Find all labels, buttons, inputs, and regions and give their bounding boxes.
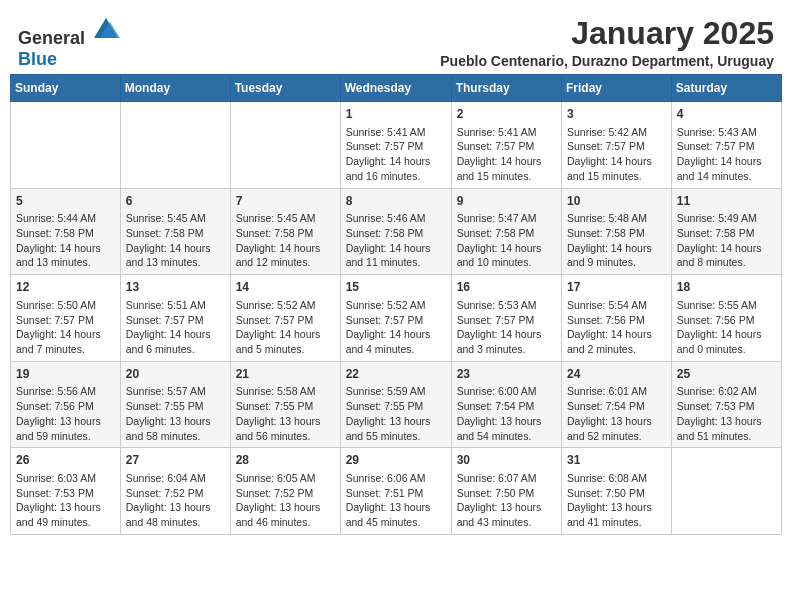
weekday-header-saturday: Saturday: [671, 75, 781, 102]
calendar-cell: 23Sunrise: 6:00 AMSunset: 7:54 PMDayligh…: [451, 361, 561, 448]
calendar-cell: 4Sunrise: 5:43 AMSunset: 7:57 PMDaylight…: [671, 102, 781, 189]
day-info: Sunrise: 5:42 AMSunset: 7:57 PMDaylight:…: [567, 125, 666, 184]
calendar-table: SundayMondayTuesdayWednesdayThursdayFrid…: [10, 74, 782, 535]
day-number: 9: [457, 193, 556, 210]
weekday-header-tuesday: Tuesday: [230, 75, 340, 102]
day-info: Sunrise: 5:57 AMSunset: 7:55 PMDaylight:…: [126, 384, 225, 443]
day-info: Sunrise: 6:00 AMSunset: 7:54 PMDaylight:…: [457, 384, 556, 443]
day-info: Sunrise: 5:43 AMSunset: 7:57 PMDaylight:…: [677, 125, 776, 184]
calendar-cell: 24Sunrise: 6:01 AMSunset: 7:54 PMDayligh…: [562, 361, 672, 448]
logo-blue: Blue: [18, 49, 57, 69]
day-number: 12: [16, 279, 115, 296]
calendar-cell: 7Sunrise: 5:45 AMSunset: 7:58 PMDaylight…: [230, 188, 340, 275]
calendar-cell: 5Sunrise: 5:44 AMSunset: 7:58 PMDaylight…: [11, 188, 121, 275]
day-info: Sunrise: 6:01 AMSunset: 7:54 PMDaylight:…: [567, 384, 666, 443]
logo-icon: [92, 16, 120, 44]
day-info: Sunrise: 6:02 AMSunset: 7:53 PMDaylight:…: [677, 384, 776, 443]
calendar-cell: 31Sunrise: 6:08 AMSunset: 7:50 PMDayligh…: [562, 448, 672, 535]
day-info: Sunrise: 6:08 AMSunset: 7:50 PMDaylight:…: [567, 471, 666, 530]
day-info: Sunrise: 5:58 AMSunset: 7:55 PMDaylight:…: [236, 384, 335, 443]
calendar-cell: 21Sunrise: 5:58 AMSunset: 7:55 PMDayligh…: [230, 361, 340, 448]
calendar-cell: 16Sunrise: 5:53 AMSunset: 7:57 PMDayligh…: [451, 275, 561, 362]
day-number: 6: [126, 193, 225, 210]
calendar-cell: [230, 102, 340, 189]
page-header: General Blue January 2025 Pueblo Centena…: [10, 10, 782, 70]
logo-general: General: [18, 28, 85, 48]
day-info: Sunrise: 5:45 AMSunset: 7:58 PMDaylight:…: [236, 211, 335, 270]
week-row-5: 26Sunrise: 6:03 AMSunset: 7:53 PMDayligh…: [11, 448, 782, 535]
calendar-cell: 28Sunrise: 6:05 AMSunset: 7:52 PMDayligh…: [230, 448, 340, 535]
calendar-cell: 10Sunrise: 5:48 AMSunset: 7:58 PMDayligh…: [562, 188, 672, 275]
calendar-cell: 27Sunrise: 6:04 AMSunset: 7:52 PMDayligh…: [120, 448, 230, 535]
day-info: Sunrise: 5:59 AMSunset: 7:55 PMDaylight:…: [346, 384, 446, 443]
day-number: 15: [346, 279, 446, 296]
calendar-cell: 20Sunrise: 5:57 AMSunset: 7:55 PMDayligh…: [120, 361, 230, 448]
day-info: Sunrise: 5:44 AMSunset: 7:58 PMDaylight:…: [16, 211, 115, 270]
day-number: 13: [126, 279, 225, 296]
calendar-cell: [11, 102, 121, 189]
calendar-cell: 13Sunrise: 5:51 AMSunset: 7:57 PMDayligh…: [120, 275, 230, 362]
day-info: Sunrise: 5:48 AMSunset: 7:58 PMDaylight:…: [567, 211, 666, 270]
calendar-cell: 22Sunrise: 5:59 AMSunset: 7:55 PMDayligh…: [340, 361, 451, 448]
calendar-cell: 14Sunrise: 5:52 AMSunset: 7:57 PMDayligh…: [230, 275, 340, 362]
day-number: 23: [457, 366, 556, 383]
calendar-cell: 25Sunrise: 6:02 AMSunset: 7:53 PMDayligh…: [671, 361, 781, 448]
weekday-header-sunday: Sunday: [11, 75, 121, 102]
day-info: Sunrise: 5:45 AMSunset: 7:58 PMDaylight:…: [126, 211, 225, 270]
week-row-1: 1Sunrise: 5:41 AMSunset: 7:57 PMDaylight…: [11, 102, 782, 189]
day-number: 7: [236, 193, 335, 210]
day-number: 21: [236, 366, 335, 383]
month-title: January 2025: [440, 16, 774, 51]
logo-text: General Blue: [18, 16, 120, 70]
day-number: 16: [457, 279, 556, 296]
day-number: 4: [677, 106, 776, 123]
day-number: 30: [457, 452, 556, 469]
day-info: Sunrise: 6:06 AMSunset: 7:51 PMDaylight:…: [346, 471, 446, 530]
calendar-cell: 26Sunrise: 6:03 AMSunset: 7:53 PMDayligh…: [11, 448, 121, 535]
weekday-header-thursday: Thursday: [451, 75, 561, 102]
day-number: 3: [567, 106, 666, 123]
day-info: Sunrise: 6:05 AMSunset: 7:52 PMDaylight:…: [236, 471, 335, 530]
day-info: Sunrise: 5:56 AMSunset: 7:56 PMDaylight:…: [16, 384, 115, 443]
title-block: January 2025 Pueblo Centenario, Durazno …: [440, 16, 774, 69]
day-number: 5: [16, 193, 115, 210]
calendar-cell: 1Sunrise: 5:41 AMSunset: 7:57 PMDaylight…: [340, 102, 451, 189]
logo: General Blue: [18, 16, 120, 70]
weekday-header-wednesday: Wednesday: [340, 75, 451, 102]
week-row-3: 12Sunrise: 5:50 AMSunset: 7:57 PMDayligh…: [11, 275, 782, 362]
day-number: 22: [346, 366, 446, 383]
day-info: Sunrise: 5:49 AMSunset: 7:58 PMDaylight:…: [677, 211, 776, 270]
day-info: Sunrise: 5:51 AMSunset: 7:57 PMDaylight:…: [126, 298, 225, 357]
day-info: Sunrise: 5:55 AMSunset: 7:56 PMDaylight:…: [677, 298, 776, 357]
day-info: Sunrise: 5:52 AMSunset: 7:57 PMDaylight:…: [236, 298, 335, 357]
day-number: 29: [346, 452, 446, 469]
day-info: Sunrise: 5:41 AMSunset: 7:57 PMDaylight:…: [457, 125, 556, 184]
calendar-cell: 12Sunrise: 5:50 AMSunset: 7:57 PMDayligh…: [11, 275, 121, 362]
day-number: 14: [236, 279, 335, 296]
day-info: Sunrise: 5:47 AMSunset: 7:58 PMDaylight:…: [457, 211, 556, 270]
day-info: Sunrise: 5:52 AMSunset: 7:57 PMDaylight:…: [346, 298, 446, 357]
day-info: Sunrise: 5:46 AMSunset: 7:58 PMDaylight:…: [346, 211, 446, 270]
day-number: 1: [346, 106, 446, 123]
calendar-cell: [120, 102, 230, 189]
calendar-cell: 8Sunrise: 5:46 AMSunset: 7:58 PMDaylight…: [340, 188, 451, 275]
calendar-cell: 15Sunrise: 5:52 AMSunset: 7:57 PMDayligh…: [340, 275, 451, 362]
weekday-header-monday: Monday: [120, 75, 230, 102]
day-number: 25: [677, 366, 776, 383]
day-number: 17: [567, 279, 666, 296]
day-info: Sunrise: 6:03 AMSunset: 7:53 PMDaylight:…: [16, 471, 115, 530]
day-info: Sunrise: 6:04 AMSunset: 7:52 PMDaylight:…: [126, 471, 225, 530]
weekday-header-friday: Friday: [562, 75, 672, 102]
day-number: 19: [16, 366, 115, 383]
week-row-2: 5Sunrise: 5:44 AMSunset: 7:58 PMDaylight…: [11, 188, 782, 275]
calendar-cell: 2Sunrise: 5:41 AMSunset: 7:57 PMDaylight…: [451, 102, 561, 189]
calendar-cell: 3Sunrise: 5:42 AMSunset: 7:57 PMDaylight…: [562, 102, 672, 189]
calendar-cell: 29Sunrise: 6:06 AMSunset: 7:51 PMDayligh…: [340, 448, 451, 535]
day-number: 28: [236, 452, 335, 469]
weekday-header-row: SundayMondayTuesdayWednesdayThursdayFrid…: [11, 75, 782, 102]
day-info: Sunrise: 5:50 AMSunset: 7:57 PMDaylight:…: [16, 298, 115, 357]
calendar-cell: 6Sunrise: 5:45 AMSunset: 7:58 PMDaylight…: [120, 188, 230, 275]
day-info: Sunrise: 6:07 AMSunset: 7:50 PMDaylight:…: [457, 471, 556, 530]
day-number: 24: [567, 366, 666, 383]
day-number: 27: [126, 452, 225, 469]
